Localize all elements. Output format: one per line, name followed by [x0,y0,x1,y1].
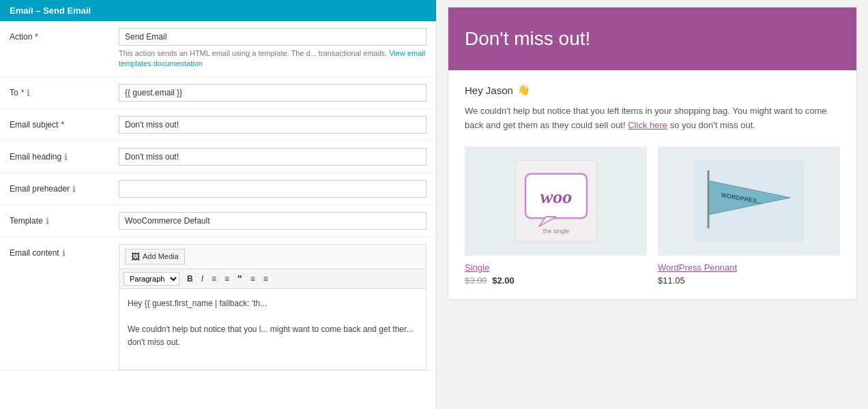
preheader-label: Email preheader ℹ [10,180,119,194]
email-body: Hey Jason 👋 We couldn't help but notice … [448,70,856,299]
product-2-name[interactable]: WordPress Pennant [658,262,840,273]
paragraph-select[interactable]: Paragraph [124,272,179,286]
subject-required-marker: * [61,120,64,130]
formatting-bar: Paragraph B I ≡ ≡ " ≡ ≡ [119,269,426,288]
subject-label: Email subject * [10,116,119,130]
email-preview: Don't miss out! Hey Jason 👋 We couldn't … [448,7,857,300]
preheader-row: Email preheader ℹ [0,173,436,205]
preheader-info-icon[interactable]: ℹ [72,184,76,194]
content-input-area: 🖼 Add Media Paragraph B I ≡ ≡ " ≡ ≡ [119,244,426,370]
product-image-1: woo the single [465,147,647,256]
email-header-banner: Don't miss out! [448,7,856,70]
editor-line-2: We couldn't help but notice that you l..… [128,323,418,349]
action-input-area: This action sends an HTML email using a … [119,28,426,70]
product-grid: woo the single Single $3.00 $2.00 [465,147,840,286]
product-card-1: woo the single Single $3.00 $2.00 [465,147,647,286]
email-body-text: We couldn't help but notice that you lef… [465,104,840,133]
heading-input[interactable] [119,148,426,166]
to-row: To * ℹ [0,77,436,109]
content-label: Email content ℹ [10,244,119,258]
action-help-text: This action sends an HTML email using a … [119,48,426,70]
bold-button[interactable]: B [184,273,197,285]
product-image-2: WORDPRES... [658,147,840,256]
subject-row: Email subject * [0,109,436,141]
content-row: Email content ℹ 🖼 Add Media Paragraph B … [0,237,436,371]
add-media-bar: 🖼 Add Media [119,244,426,269]
template-label: Template ℹ [10,212,119,226]
right-panel: Don't miss out! Hey Jason 👋 We couldn't … [437,0,868,409]
italic-button[interactable]: I [198,273,207,285]
product-2-price: $11.05 [658,275,840,286]
subject-input[interactable] [119,116,426,134]
product-1-sale-price: $2.00 [492,275,515,286]
to-input-area [119,84,426,102]
to-required-marker: * [21,88,25,97]
preheader-input-area [119,180,426,198]
template-input-area [119,212,426,230]
preheader-input[interactable] [119,180,426,198]
click-here-link[interactable]: Click here [628,120,667,130]
product-1-name[interactable]: Single [465,262,647,273]
heading-input-area [119,148,426,166]
align-left-button[interactable]: ≡ [247,273,259,285]
product-1-original-price: $3.00 [465,275,487,286]
heading-row: Email heading ℹ [0,141,436,173]
content-info-icon[interactable]: ℹ [62,248,66,258]
woo-product-svg: woo the single [508,157,604,245]
action-label: Action * [10,28,119,42]
product-1-price: $3.00 $2.00 [465,275,647,286]
action-row: Action * This action sends an HTML email… [0,21,436,77]
add-media-icon: 🖼 [131,252,140,262]
editor-line-1: Hey {{ guest.first_name | fallback: 'th.… [128,297,418,310]
template-row: Template ℹ [0,205,436,237]
template-info-icon[interactable]: ℹ [46,216,49,226]
email-greeting: Hey Jason 👋 [465,84,840,96]
form-body: Action * This action sends an HTML email… [0,21,436,371]
ordered-list-button[interactable]: ≡ [221,273,233,285]
panel-header: Email – Send Email [0,0,436,21]
to-info-icon[interactable]: ℹ [27,88,30,98]
left-panel: Email – Send Email Action * This action … [0,0,437,409]
add-media-button[interactable]: 🖼 Add Media [125,249,185,264]
heading-label: Email heading ℹ [10,148,119,162]
align-right-button[interactable]: ≡ [260,273,272,285]
required-marker: * [35,32,38,42]
product-card-2: WORDPRES... WordPress Pennant $11.05 [658,147,840,286]
unordered-list-button[interactable]: ≡ [208,273,220,285]
heading-info-icon[interactable]: ℹ [64,152,68,162]
panel-title: Email – Send Email [10,5,91,16]
email-header-title: Don't miss out! [465,28,840,50]
svg-text:woo: woo [540,186,572,207]
subject-input-area [119,116,426,134]
blockquote-button[interactable]: " [234,272,246,286]
to-input[interactable] [119,84,426,102]
action-input[interactable] [119,28,426,46]
template-input[interactable] [119,212,426,230]
editor-content[interactable]: Hey {{ guest.first_name | fallback: 'th.… [119,288,426,370]
wordpress-product-svg: WORDPRES... [695,160,804,242]
svg-text:the single: the single [542,228,569,234]
to-label: To * ℹ [10,84,119,98]
